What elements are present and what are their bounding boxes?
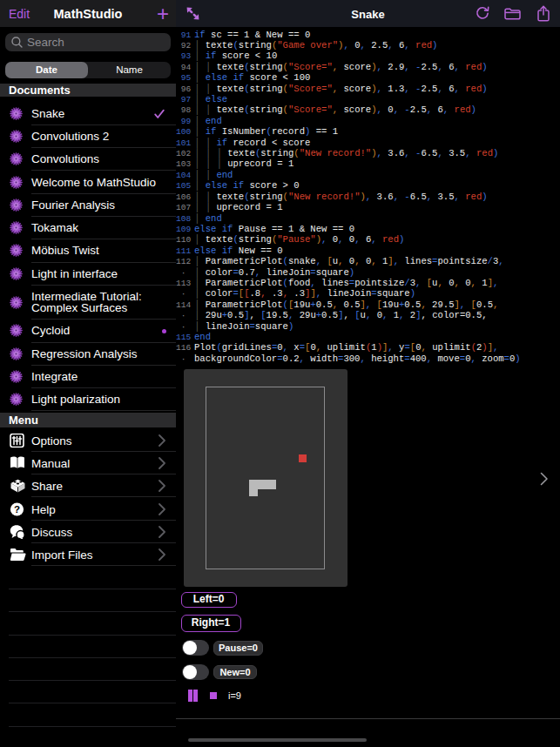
svg-text:?: ?: [14, 503, 20, 514]
